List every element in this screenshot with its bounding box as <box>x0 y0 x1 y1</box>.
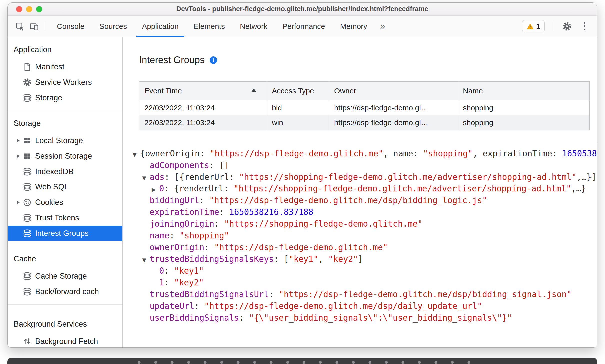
sidebar-item-cache-storage[interactable]: Cache Storage <box>8 268 122 284</box>
cell-owner: https://dsp-fledge-demo.gl… <box>329 100 458 115</box>
tree-line: ▼ads: [{renderUrl: "https://shopping-fle… <box>123 171 597 183</box>
toolbar-separator <box>45 21 45 32</box>
panel-tabs: Console Sources Application Elements Net… <box>49 16 375 37</box>
twisty-spacer <box>15 230 21 237</box>
tree-segment-punct: : <box>200 149 210 158</box>
kebab-menu-button[interactable] <box>577 19 591 33</box>
expand-arrow-right-icon[interactable]: ▶ <box>152 184 159 196</box>
tree-segment-pkey: name <box>393 149 413 158</box>
devtools-body: Application Manifest Service Workers <box>8 37 597 347</box>
sidebar-item-cookies[interactable]: Cookies <box>8 195 122 210</box>
sidebar-item-label: Interest Groups <box>35 229 89 238</box>
sidebar-section-background-services: Background Services Background Fetch <box>8 304 122 347</box>
manifest-icon <box>23 62 32 71</box>
tree-line: ▼{ownerOrigin: "https://dsp-fledge-demo.… <box>123 148 597 159</box>
tree-segment-punct: ,…}] <box>577 172 596 182</box>
sidebar-item-web-sql[interactable]: Web SQL <box>8 179 122 195</box>
column-header-access-type[interactable]: Access Type <box>267 82 329 100</box>
sidebar-item-session-storage[interactable]: Session Storage <box>8 148 122 164</box>
application-sidebar: Application Manifest Service Workers <box>8 37 123 347</box>
tab-sources[interactable]: Sources <box>92 16 134 37</box>
sidebar-item-storage[interactable]: Storage <box>8 90 122 106</box>
expand-triangle-icon[interactable] <box>15 137 21 144</box>
tree-segment-punct: : <box>164 266 174 276</box>
tree-segment-pkey: renderUrl <box>184 172 229 182</box>
column-label: Name <box>463 87 483 95</box>
column-header-name[interactable]: Name <box>458 82 590 100</box>
sidebar-item-label: Web SQL <box>35 182 69 191</box>
more-tabs-button[interactable]: » <box>375 21 391 32</box>
info-icon[interactable] <box>210 56 217 64</box>
sidebar-item-trust-tokens[interactable]: Trust Tokens <box>8 210 122 226</box>
tree-segment-pkey: renderUrl <box>179 184 224 193</box>
tab-performance[interactable]: Performance <box>275 16 333 37</box>
tree-segment-string: "https://shopping-fledge-demo.glitch.me/… <box>239 172 577 182</box>
tree-line: 0: "key1" <box>123 265 597 277</box>
device-toolbar-button[interactable] <box>27 19 41 33</box>
cell-event-time: 22/03/2022, 11:03:24 <box>139 100 267 115</box>
desktop: DevTools - publisher-fledge-demo.glitch.… <box>0 0 605 364</box>
tree-segment-string: "key2" <box>174 278 204 287</box>
sidebar-item-service-workers[interactable]: Service Workers <box>8 75 122 90</box>
database-icon <box>23 182 32 191</box>
tab-memory[interactable]: Memory <box>333 16 375 37</box>
expand-arrow-down-icon[interactable]: ▼ <box>133 149 140 161</box>
close-button[interactable] <box>16 6 22 12</box>
tree-segment-key: adComponents <box>150 160 209 170</box>
inspect-element-button[interactable] <box>13 19 27 33</box>
column-header-owner[interactable]: Owner <box>329 82 458 100</box>
tree-segment-punct: : <box>269 289 279 299</box>
table-row[interactable]: 22/03/2022, 11:03:24 win https://dsp-fle… <box>139 115 590 130</box>
minimize-button[interactable] <box>26 6 32 12</box>
sidebar-item-indexeddb[interactable]: IndexedDB <box>8 164 122 179</box>
tab-console[interactable]: Console <box>49 16 92 37</box>
kebab-menu-icon <box>584 22 585 30</box>
expand-triangle-icon[interactable] <box>15 153 21 159</box>
sidebar-item-back-forward-cache[interactable]: Back/forward cach <box>8 284 122 299</box>
tree-line: updateUrl: "https://dsp-fledge-demo.glit… <box>123 300 597 312</box>
tree-segment-key: name <box>150 231 169 240</box>
tree-segment-punct: : [] <box>209 160 229 170</box>
column-header-event-time[interactable]: Event Time <box>139 82 267 100</box>
sidebar-item-local-storage[interactable]: Local Storage <box>8 133 122 148</box>
background-window-dots <box>137 361 470 364</box>
expand-arrow-down-icon[interactable]: ▼ <box>142 172 150 184</box>
twisty-spacer <box>15 168 21 175</box>
table-row[interactable]: 22/03/2022, 11:03:24 bid https://dsp-fle… <box>139 100 590 115</box>
sort-ascending-icon <box>251 89 257 92</box>
twisty-spacer <box>15 273 21 279</box>
tree-segment-string: "https://dsp-fledge-demo.glitch.me" <box>210 149 383 158</box>
tree-segment-punct: : <box>552 149 562 158</box>
tree-segment-key: trustedBiddingSignalsKeys <box>150 254 274 264</box>
json-tree: ▼{ownerOrigin: "https://dsp-fledge-demo.… <box>123 142 597 347</box>
sidebar-item-background-fetch[interactable]: Background Fetch <box>8 334 122 347</box>
table-grid-icon <box>23 136 32 145</box>
sidebar-item-label: Manifest <box>35 62 64 71</box>
twisty-spacer <box>15 215 21 221</box>
database-icon <box>23 287 32 296</box>
expand-triangle-icon[interactable] <box>15 199 21 206</box>
warning-triangle-icon <box>526 23 534 30</box>
tree-segment-punct: , <box>318 254 328 264</box>
tab-application[interactable]: Application <box>134 16 186 37</box>
interest-groups-table: Event Time Access Type Owner Name <box>139 81 590 130</box>
sidebar-item-interest-groups[interactable]: Interest Groups <box>8 226 122 241</box>
fullscreen-button[interactable] <box>36 6 42 12</box>
tab-elements[interactable]: Elements <box>186 16 232 37</box>
database-icon <box>23 229 32 238</box>
expand-arrow-down-icon[interactable]: ▼ <box>142 254 150 266</box>
issues-badge[interactable]: 1 <box>522 20 545 32</box>
cookie-icon <box>23 198 32 207</box>
sidebar-item-manifest[interactable]: Manifest <box>8 59 122 75</box>
tree-segment-key: trustedBiddingSignalsUrl <box>150 289 269 299</box>
tab-network[interactable]: Network <box>232 16 275 37</box>
tree-line: ▼trustedBiddingSignalsKeys: ["key1", "ke… <box>123 253 597 265</box>
tree-segment-punct: : <box>224 184 234 193</box>
sidebar-item-label: IndexedDB <box>35 167 73 176</box>
sidebar-item-label: Service Workers <box>35 78 92 87</box>
gear-icon <box>23 78 32 87</box>
settings-gear-button[interactable] <box>560 19 574 33</box>
tree-segment-punct: : <box>413 149 423 158</box>
sidebar-item-label: Storage <box>35 93 62 102</box>
cell-access-type: bid <box>267 100 329 115</box>
